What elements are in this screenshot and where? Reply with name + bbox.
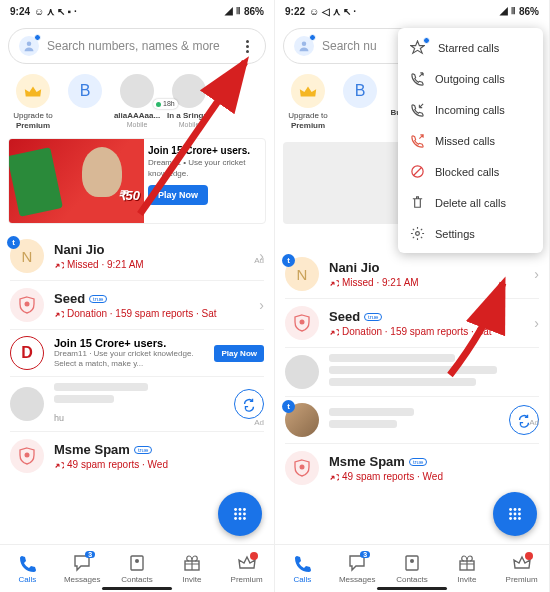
clock: 9:24 [10, 6, 30, 17]
status-bar: 9:22☺ ◁ ⋏ ↖ · ◢ ⫴86% [275, 0, 549, 22]
avatar [285, 306, 319, 340]
bottom-nav: Calls 3Messages Contacts Invite Premium [0, 544, 274, 592]
missed-call-icon [54, 260, 64, 270]
search-bar[interactable]: Search numbers, names & more [8, 28, 266, 64]
story-contact[interactable]: B [335, 74, 385, 111]
promo-banner[interactable]: ₹50 Join 15 Crore+ users. Dream11 • Use … [8, 138, 266, 224]
nav-premium[interactable]: Premium [222, 554, 272, 584]
block-icon [410, 164, 425, 179]
missed-call-icon [54, 460, 64, 470]
home-indicator [102, 587, 172, 590]
avatar [10, 439, 44, 473]
call-row[interactable]: t [275, 397, 549, 443]
story-contact[interactable]: B [60, 74, 110, 111]
search-placeholder: Search numbers, names & more [47, 39, 231, 53]
battery: 86% [519, 6, 539, 17]
incoming-call-icon [410, 102, 425, 117]
menu-missed-calls[interactable]: Missed calls [398, 125, 543, 156]
battery: 86% [244, 6, 264, 17]
contact-name: Nani Jio [54, 242, 249, 257]
dream11-icon: D [10, 336, 44, 370]
menu-incoming-calls[interactable]: Incoming calls [398, 94, 543, 125]
play-now-button[interactable]: Play Now [214, 345, 264, 362]
nav-messages[interactable]: 3Messages [57, 554, 107, 584]
nav-messages[interactable]: 3Messages [332, 554, 382, 584]
nav-contacts[interactable]: Contacts [387, 554, 437, 584]
call-row[interactable]: hu [0, 377, 274, 431]
upgrade-premium[interactable]: Upgrade toPremium [283, 74, 333, 130]
truecaller-badge-icon: t [7, 236, 20, 249]
menu-outgoing-calls[interactable]: Outgoing calls [398, 63, 543, 94]
promo-image: ₹50 [9, 139, 144, 223]
outgoing-call-icon [410, 71, 425, 86]
avatar [285, 451, 319, 485]
bottom-nav: Calls 3Messages Contacts Invite Premium [275, 544, 549, 592]
spam-shield-icon [18, 296, 36, 314]
upgrade-premium[interactable]: Upgrade toPremium [8, 74, 58, 130]
nav-calls[interactable]: Calls [277, 554, 327, 584]
nav-calls[interactable]: Calls [2, 554, 52, 584]
avatar: t [285, 403, 319, 437]
left-pane: 9:24☺ ⋏ ↖ ▪ · ◢ ⫴86% Search numbers, nam… [0, 0, 275, 592]
spam-shield-icon [18, 447, 36, 465]
avatar: Nt [285, 257, 319, 291]
contact-name: Msme Spam [54, 442, 130, 457]
home-indicator [377, 587, 447, 590]
profile-icon[interactable] [19, 36, 39, 56]
stories-row: Upgrade toPremium B 18haliaAAAaa...Mobil… [0, 70, 274, 136]
call-row[interactable]: Nt Nani Jio Missed · 9:21 AM › [0, 232, 274, 280]
sync-icon[interactable] [234, 389, 264, 419]
chevron-right-icon: › [259, 297, 264, 313]
call-row[interactable]: Seedtrue Donation · 159 spam reports · S… [275, 299, 549, 347]
contact-name: Seed [54, 291, 85, 306]
gear-icon [410, 226, 425, 241]
trash-icon [410, 195, 425, 210]
menu-starred-calls[interactable]: Starred calls [398, 32, 543, 63]
call-row[interactable]: Msme Spamtrue 49 spam reports · Wed [0, 432, 274, 480]
overflow-menu-icon[interactable] [239, 38, 255, 54]
avatar [10, 387, 44, 421]
status-bar: 9:24☺ ⋏ ↖ ▪ · ◢ ⫴86% [0, 0, 274, 22]
dialpad-fab[interactable] [218, 492, 262, 536]
dialpad-fab[interactable] [493, 492, 537, 536]
call-row[interactable]: Seedtrue Donation · 159 spam reports · S… [0, 281, 274, 329]
ad-label: Ad [529, 418, 539, 427]
menu-delete-all[interactable]: Delete all calls [398, 187, 543, 218]
profile-icon[interactable] [294, 36, 314, 56]
nav-invite[interactable]: Invite [167, 554, 217, 584]
clock: 9:22 [285, 6, 305, 17]
nav-invite[interactable]: Invite [442, 554, 492, 584]
nav-premium[interactable]: Premium [497, 554, 547, 584]
inline-ad[interactable] [275, 348, 549, 396]
avatar [285, 355, 319, 389]
call-row[interactable]: Nt Nani Jio Missed · 9:21 AM › [275, 250, 549, 298]
avatar: Nt [10, 239, 44, 273]
nav-contacts[interactable]: Contacts [112, 554, 162, 584]
right-pane: 9:22☺ ◁ ⋏ ↖ · ◢ ⫴86% Search nu Upgrade t… [275, 0, 550, 592]
play-now-button[interactable]: Play Now [148, 185, 208, 205]
ad-label: Ad [254, 418, 264, 427]
missed-call-icon [54, 309, 64, 319]
promo-title: Join 15 Crore+ users. [148, 145, 261, 156]
call-row[interactable]: Msme Spamtrue 49 spam reports · Wed [275, 444, 549, 492]
story-contact[interactable]: 18haliaAAAaa...Mobile [112, 74, 162, 129]
chevron-right-icon: › [259, 248, 264, 264]
menu-settings[interactable]: Settings [398, 218, 543, 249]
overflow-menu: Starred calls Outgoing calls Incoming ca… [398, 28, 543, 253]
menu-blocked-calls[interactable]: Blocked calls [398, 156, 543, 187]
promo-desc: Dream11 • Use your cricket knowledge. [148, 158, 261, 179]
missed-call-icon [410, 133, 425, 148]
inline-ad[interactable]: D Join 15 Crore+ users.Dream11 · Use you… [0, 330, 274, 376]
avatar [10, 288, 44, 322]
